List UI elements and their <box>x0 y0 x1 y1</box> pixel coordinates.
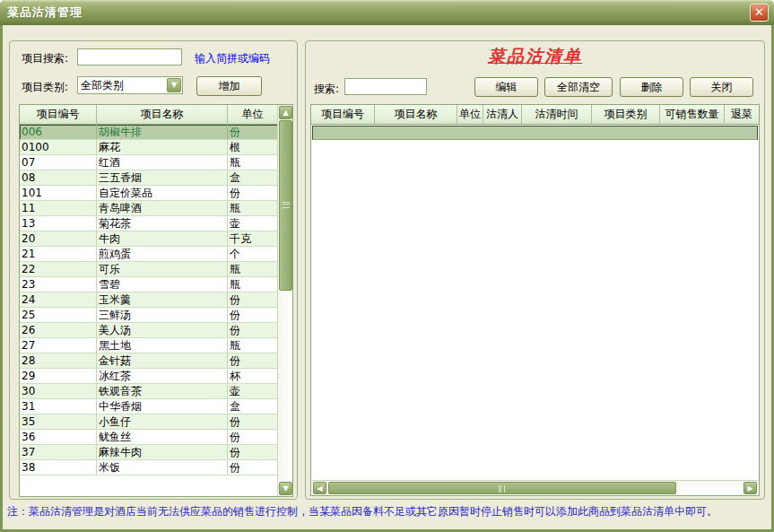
table-cell: 26 <box>20 323 97 338</box>
table-cell: 份 <box>228 414 278 430</box>
horizontal-scrollbar[interactable]: ◀ ▶ <box>312 480 758 494</box>
table-cell: 鱿鱼丝 <box>97 430 228 445</box>
table-cell: 菊花茶 <box>97 216 228 231</box>
table-cell: 黑土地 <box>97 338 228 353</box>
table-row[interactable]: 30铁观音茶壶 <box>20 384 278 399</box>
edit-button[interactable]: 编辑 <box>474 77 538 97</box>
column-header[interactable]: 退菜 <box>725 105 759 125</box>
vertical-scrollbar[interactable]: ▲ ▼ <box>277 105 292 496</box>
table-cell: 根 <box>228 140 278 155</box>
close-icon[interactable]: ✕ <box>750 4 769 22</box>
search-input[interactable] <box>344 78 427 95</box>
add-button[interactable]: 增加 <box>196 76 262 96</box>
table-cell: 杯 <box>228 369 278 384</box>
chevron-down-icon[interactable]: ▼ <box>167 78 181 92</box>
table-row[interactable]: 35小鱼仔份 <box>20 414 278 430</box>
soldout-table-header: 项目编号项目名称单位沽清人沽清时间项目类别可销售数量退菜 <box>311 105 759 125</box>
table-row[interactable]: 22可乐瓶 <box>20 262 278 277</box>
table-row[interactable]: 27黑土地瓶 <box>20 338 278 353</box>
table-row[interactable]: 08三五香烟盒 <box>20 170 278 186</box>
table-cell: 006 <box>20 125 97 140</box>
table-cell: 份 <box>228 353 278 369</box>
table-cell: 美人汤 <box>97 323 228 338</box>
column-header[interactable]: 沽清时间 <box>522 105 592 125</box>
table-row[interactable]: 11青岛啤酒瓶 <box>20 201 278 216</box>
titlebar[interactable]: 菜品沽清管理 ✕ <box>0 0 774 25</box>
scroll-right-icon[interactable]: ▶ <box>744 482 757 494</box>
table-row[interactable]: 36鱿鱼丝份 <box>20 430 278 445</box>
table-cell: 36 <box>20 430 97 445</box>
column-header[interactable]: 项目类别 <box>592 105 660 125</box>
table-cell: 盒 <box>228 170 278 186</box>
item-search-hint: 输入简拼或编码 <box>195 51 270 66</box>
item-table-header: 项目编号项目名称单位 <box>20 105 278 125</box>
table-cell: 瓶 <box>228 201 278 216</box>
left-table-body: 006胡椒牛排份0100麻花根07红酒瓶08三五香烟盒101自定价菜品份11青岛… <box>20 125 278 475</box>
table-cell: 20 <box>20 231 97 247</box>
close-button[interactable]: 关闭 <box>690 77 753 97</box>
table-row[interactable]: 29冰红茶杯 <box>20 369 278 384</box>
table-cell: 三鲜汤 <box>97 308 228 323</box>
table-row[interactable]: 38米饭份 <box>20 460 278 475</box>
column-header[interactable]: 项目编号 <box>311 105 375 125</box>
table-row[interactable]: 26美人汤份 <box>20 323 278 338</box>
scrollbar-thumb[interactable] <box>328 482 676 494</box>
table-row[interactable]: 101自定价菜品份 <box>20 186 278 201</box>
table-cell: 铁观音茶 <box>97 384 228 399</box>
table-cell: 玉米羹 <box>97 292 228 308</box>
delete-button[interactable]: 删除 <box>620 77 683 97</box>
clear-all-button[interactable]: 全部清空 <box>544 77 613 97</box>
scroll-up-icon[interactable]: ▲ <box>279 106 292 119</box>
table-cell: 牛肉 <box>97 231 228 247</box>
table-row[interactable]: 23雪碧瓶 <box>20 277 278 292</box>
table-row[interactable]: 24玉米羹份 <box>20 292 278 308</box>
column-header[interactable]: 可销售数量 <box>660 105 725 125</box>
table-row[interactable]: 25三鲜汤份 <box>20 308 278 323</box>
table-cell: 份 <box>228 292 278 308</box>
table-cell: 35 <box>20 414 97 430</box>
column-header[interactable]: 单位 <box>457 105 483 125</box>
column-header[interactable]: 项目名称 <box>97 105 228 125</box>
table-cell: 27 <box>20 338 97 353</box>
table-row[interactable]: 20牛肉千克 <box>20 231 278 247</box>
scroll-down-icon[interactable]: ▼ <box>279 482 292 495</box>
column-header[interactable]: 单位 <box>228 105 278 125</box>
table-row[interactable]: 13菊花茶壶 <box>20 216 278 231</box>
table-cell: 三五香烟 <box>97 170 228 186</box>
table-cell: 份 <box>228 125 278 140</box>
table-cell: 壶 <box>228 216 278 231</box>
item-search-input[interactable] <box>77 48 182 65</box>
table-cell: 煎鸡蛋 <box>97 247 228 262</box>
dish-soldout-manager-window: 菜品沽清管理 ✕ 项目搜索: 输入简拼或编码 项目类别: 全部类别 ▼ 增加 项… <box>0 0 774 532</box>
column-header[interactable]: 项目编号 <box>20 105 97 125</box>
footer-note: 注：菜品沽清管理是对酒店当前无法供应菜品的销售进行控制，当某菜品因备料不足或其它… <box>7 504 770 519</box>
table-cell: 30 <box>20 384 97 399</box>
table-cell: 份 <box>228 430 278 445</box>
table-row[interactable]: 07红酒瓶 <box>20 155 278 170</box>
table-cell: 麻花 <box>97 140 228 155</box>
table-row[interactable]: 37麻辣牛肉份 <box>20 445 278 460</box>
table-cell: 金针菇 <box>97 353 228 369</box>
table-row[interactable]: 21煎鸡蛋个 <box>20 247 278 262</box>
table-row[interactable]: 006胡椒牛排份 <box>20 125 278 140</box>
table-cell: 米饭 <box>97 460 228 475</box>
table-cell: 自定价菜品 <box>97 186 228 201</box>
table-cell: 雪碧 <box>97 277 228 292</box>
category-select[interactable]: 全部类别 ▼ <box>77 76 183 94</box>
scrollbar-thumb[interactable] <box>279 120 292 291</box>
table-row[interactable]: 31中华香烟盒 <box>20 399 278 414</box>
table-cell: 冰红茶 <box>97 369 228 384</box>
table-cell: 07 <box>20 155 97 170</box>
thumb-grip <box>502 485 503 493</box>
table-row[interactable]: 0100麻花根 <box>20 140 278 155</box>
selected-empty-row[interactable] <box>312 126 758 140</box>
scroll-left-icon[interactable]: ◀ <box>313 482 326 494</box>
table-cell: 31 <box>20 399 97 414</box>
table-row[interactable]: 28金针菇份 <box>20 353 278 369</box>
column-header[interactable]: 沽清人 <box>483 105 522 125</box>
table-cell: 28 <box>20 353 97 369</box>
column-header[interactable]: 项目名称 <box>375 105 457 125</box>
item-table: 项目编号项目名称单位 006胡椒牛排份0100麻花根07红酒瓶08三五香烟盒10… <box>19 104 293 497</box>
table-cell: 38 <box>20 460 97 475</box>
category-selected-value: 全部类别 <box>78 78 167 93</box>
